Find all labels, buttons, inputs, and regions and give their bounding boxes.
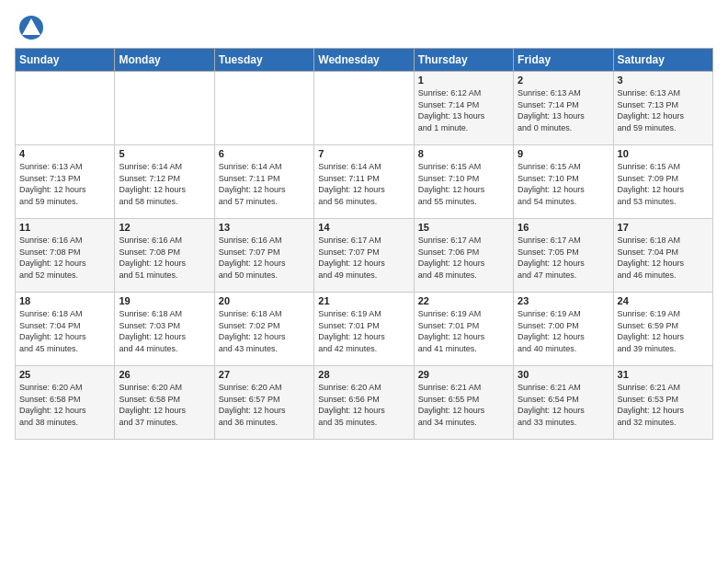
day-number: 3: [618, 75, 709, 86]
day-number: 10: [618, 148, 709, 159]
calendar-wrapper: SundayMondayTuesdayWednesdayThursdayFrid…: [0, 48, 728, 447]
calendar-cell: [214, 72, 313, 145]
calendar-cell: 1Sunrise: 6:12 AM Sunset: 7:14 PM Daylig…: [414, 72, 513, 145]
day-info: Sunrise: 6:19 AM Sunset: 6:59 PM Dayligh…: [618, 308, 709, 354]
logo: [18, 15, 48, 40]
day-info: Sunrise: 6:18 AM Sunset: 7:03 PM Dayligh…: [119, 308, 210, 354]
calendar-cell: [115, 72, 214, 145]
day-info: Sunrise: 6:14 AM Sunset: 7:11 PM Dayligh…: [219, 161, 310, 207]
calendar-header-friday: Friday: [514, 49, 613, 72]
calendar-header-sunday: Sunday: [16, 49, 115, 72]
calendar-cell: 11Sunrise: 6:16 AM Sunset: 7:08 PM Dayli…: [16, 219, 115, 293]
calendar-week-row: 11Sunrise: 6:16 AM Sunset: 7:08 PM Dayli…: [16, 219, 713, 293]
calendar-cell: 8Sunrise: 6:15 AM Sunset: 7:10 PM Daylig…: [414, 145, 513, 219]
day-info: Sunrise: 6:17 AM Sunset: 7:06 PM Dayligh…: [418, 235, 509, 281]
day-number: 14: [318, 222, 409, 233]
day-number: 13: [219, 222, 310, 233]
calendar-cell: 14Sunrise: 6:17 AM Sunset: 7:07 PM Dayli…: [314, 219, 414, 293]
day-number: 9: [518, 148, 609, 159]
day-number: 30: [518, 369, 609, 380]
day-info: Sunrise: 6:16 AM Sunset: 7:07 PM Dayligh…: [219, 235, 310, 281]
day-info: Sunrise: 6:16 AM Sunset: 7:08 PM Dayligh…: [19, 235, 110, 281]
calendar-cell: 12Sunrise: 6:16 AM Sunset: 7:08 PM Dayli…: [115, 219, 214, 293]
calendar-cell: 31Sunrise: 6:21 AM Sunset: 6:53 PM Dayli…: [613, 366, 712, 440]
day-number: 4: [19, 148, 110, 159]
calendar-week-row: 18Sunrise: 6:18 AM Sunset: 7:04 PM Dayli…: [16, 293, 713, 366]
day-info: Sunrise: 6:20 AM Sunset: 6:56 PM Dayligh…: [318, 382, 409, 428]
day-number: 23: [518, 295, 609, 306]
logo-icon: [18, 15, 44, 40]
day-info: Sunrise: 6:16 AM Sunset: 7:08 PM Dayligh…: [119, 235, 210, 281]
calendar-cell: 13Sunrise: 6:16 AM Sunset: 7:07 PM Dayli…: [214, 219, 313, 293]
calendar-cell: 22Sunrise: 6:19 AM Sunset: 7:01 PM Dayli…: [414, 293, 513, 366]
calendar-cell: 6Sunrise: 6:14 AM Sunset: 7:11 PM Daylig…: [214, 145, 313, 219]
day-number: 27: [219, 369, 310, 380]
calendar-cell: 16Sunrise: 6:17 AM Sunset: 7:05 PM Dayli…: [514, 219, 613, 293]
calendar-header-thursday: Thursday: [414, 49, 513, 72]
calendar-cell: 19Sunrise: 6:18 AM Sunset: 7:03 PM Dayli…: [115, 293, 214, 366]
day-info: Sunrise: 6:20 AM Sunset: 6:58 PM Dayligh…: [119, 382, 210, 428]
day-number: 26: [119, 369, 210, 380]
day-number: 2: [518, 75, 609, 86]
day-info: Sunrise: 6:18 AM Sunset: 7:02 PM Dayligh…: [219, 308, 310, 354]
day-number: 31: [618, 369, 709, 380]
day-info: Sunrise: 6:17 AM Sunset: 7:05 PM Dayligh…: [518, 235, 609, 281]
day-info: Sunrise: 6:18 AM Sunset: 7:04 PM Dayligh…: [618, 235, 709, 281]
day-number: 22: [418, 295, 509, 306]
day-info: Sunrise: 6:13 AM Sunset: 7:13 PM Dayligh…: [19, 161, 110, 207]
day-info: Sunrise: 6:18 AM Sunset: 7:04 PM Dayligh…: [19, 308, 110, 354]
calendar-header-tuesday: Tuesday: [214, 49, 313, 72]
calendar-cell: [314, 72, 414, 145]
calendar-cell: 9Sunrise: 6:15 AM Sunset: 7:10 PM Daylig…: [514, 145, 613, 219]
day-number: 7: [318, 148, 409, 159]
calendar-header-saturday: Saturday: [613, 49, 712, 72]
calendar-table: SundayMondayTuesdayWednesdayThursdayFrid…: [15, 48, 713, 440]
calendar-cell: [16, 72, 115, 145]
calendar-cell: 4Sunrise: 6:13 AM Sunset: 7:13 PM Daylig…: [16, 145, 115, 219]
day-number: 15: [418, 222, 509, 233]
calendar-cell: 21Sunrise: 6:19 AM Sunset: 7:01 PM Dayli…: [314, 293, 414, 366]
day-info: Sunrise: 6:15 AM Sunset: 7:10 PM Dayligh…: [518, 161, 609, 207]
calendar-cell: 2Sunrise: 6:13 AM Sunset: 7:14 PM Daylig…: [514, 72, 613, 145]
calendar-cell: 23Sunrise: 6:19 AM Sunset: 7:00 PM Dayli…: [514, 293, 613, 366]
day-info: Sunrise: 6:17 AM Sunset: 7:07 PM Dayligh…: [318, 235, 409, 281]
day-info: Sunrise: 6:14 AM Sunset: 7:12 PM Dayligh…: [119, 161, 210, 207]
day-info: Sunrise: 6:15 AM Sunset: 7:10 PM Dayligh…: [418, 161, 509, 207]
day-number: 17: [618, 222, 709, 233]
day-info: Sunrise: 6:13 AM Sunset: 7:14 PM Dayligh…: [518, 87, 609, 133]
day-info: Sunrise: 6:21 AM Sunset: 6:55 PM Dayligh…: [418, 382, 509, 428]
day-number: 5: [119, 148, 210, 159]
calendar-cell: 29Sunrise: 6:21 AM Sunset: 6:55 PM Dayli…: [414, 366, 513, 440]
calendar-cell: 27Sunrise: 6:20 AM Sunset: 6:57 PM Dayli…: [214, 366, 313, 440]
page-header: [0, 0, 728, 48]
day-info: Sunrise: 6:20 AM Sunset: 6:58 PM Dayligh…: [19, 382, 110, 428]
day-number: 18: [19, 295, 110, 306]
day-info: Sunrise: 6:19 AM Sunset: 7:01 PM Dayligh…: [318, 308, 409, 354]
day-number: 6: [219, 148, 310, 159]
day-number: 20: [219, 295, 310, 306]
day-number: 21: [318, 295, 409, 306]
calendar-cell: 7Sunrise: 6:14 AM Sunset: 7:11 PM Daylig…: [314, 145, 414, 219]
day-info: Sunrise: 6:15 AM Sunset: 7:09 PM Dayligh…: [618, 161, 709, 207]
calendar-header-row: SundayMondayTuesdayWednesdayThursdayFrid…: [16, 49, 713, 72]
day-info: Sunrise: 6:19 AM Sunset: 7:00 PM Dayligh…: [518, 308, 609, 354]
calendar-cell: 25Sunrise: 6:20 AM Sunset: 6:58 PM Dayli…: [16, 366, 115, 440]
day-info: Sunrise: 6:13 AM Sunset: 7:13 PM Dayligh…: [618, 87, 709, 133]
calendar-cell: 20Sunrise: 6:18 AM Sunset: 7:02 PM Dayli…: [214, 293, 313, 366]
day-number: 28: [318, 369, 409, 380]
calendar-header-wednesday: Wednesday: [314, 49, 414, 72]
day-info: Sunrise: 6:21 AM Sunset: 6:54 PM Dayligh…: [518, 382, 609, 428]
day-info: Sunrise: 6:20 AM Sunset: 6:57 PM Dayligh…: [219, 382, 310, 428]
calendar-header-monday: Monday: [115, 49, 214, 72]
calendar-cell: 30Sunrise: 6:21 AM Sunset: 6:54 PM Dayli…: [514, 366, 613, 440]
day-number: 29: [418, 369, 509, 380]
day-number: 25: [19, 369, 110, 380]
day-info: Sunrise: 6:21 AM Sunset: 6:53 PM Dayligh…: [618, 382, 709, 428]
calendar-cell: 5Sunrise: 6:14 AM Sunset: 7:12 PM Daylig…: [115, 145, 214, 219]
day-number: 11: [19, 222, 110, 233]
day-number: 8: [418, 148, 509, 159]
day-info: Sunrise: 6:12 AM Sunset: 7:14 PM Dayligh…: [418, 87, 509, 133]
calendar-cell: 26Sunrise: 6:20 AM Sunset: 6:58 PM Dayli…: [115, 366, 214, 440]
calendar-cell: 18Sunrise: 6:18 AM Sunset: 7:04 PM Dayli…: [16, 293, 115, 366]
calendar-cell: 15Sunrise: 6:17 AM Sunset: 7:06 PM Dayli…: [414, 219, 513, 293]
